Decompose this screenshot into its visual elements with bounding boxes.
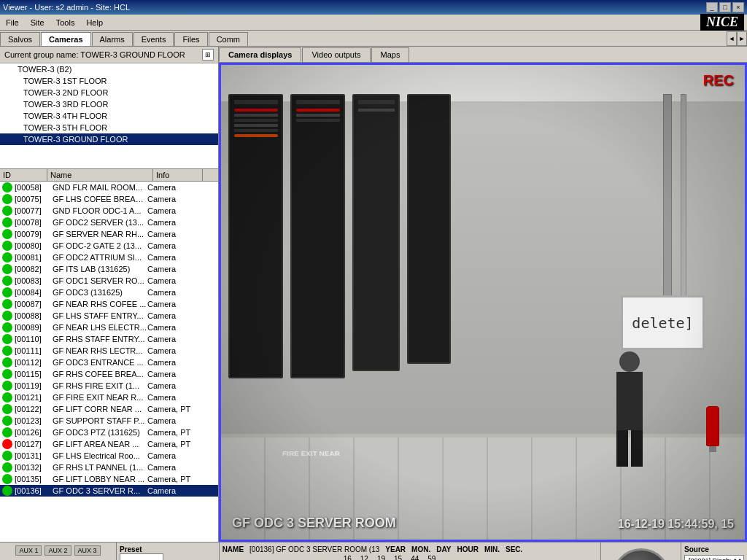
aux1-button[interactable]: AUX 1 [15,545,42,556]
col-header-name[interactable]: Name [47,169,153,181]
cam-dial-wheel[interactable] [612,548,670,560]
cam-name: GF LIFT LOBBY NEAR ... [53,475,147,483]
cam-id: [00135] [15,475,53,483]
camera-row[interactable]: [00079] GF SERVER NEAR RH... Camera [0,228,218,240]
cam-id: [00123] [15,416,53,425]
camera-row[interactable]: [00089] GF NEAR LHS ELECTR... Camera [0,322,218,333]
camera-row[interactable]: [00115] GF RHS COFEE BREA... Camera [0,368,218,380]
camera-row[interactable]: [00110] GF RHS STAFF ENTRY... Camera [0,333,218,345]
col-header-id[interactable]: ID [0,169,47,181]
tab-maps[interactable]: Maps [371,47,410,62]
camera-row[interactable]: [00081] GF ODC2 ATTRIUM SI... Camera [0,252,218,263]
menu-site[interactable]: Site [25,17,50,28]
cam-info: Camera, PT [147,428,197,437]
menu-tools[interactable]: Tools [50,17,81,28]
cam-id: [00077] [15,206,53,215]
cam-status-dot [2,474,12,484]
tab-events[interactable]: Events [133,32,174,46]
camera-row[interactable]: [00088] GF LHS STAFF ENTRY... Camera [0,310,218,322]
cam-status-dot [2,182,12,192]
camera-row[interactable]: [00135] GF LIFT LOBBY NEAR ... Camera, P… [0,473,218,485]
tree-item-3[interactable]: TOWER-3 3RD FLOOR [0,98,218,110]
camera-row[interactable]: [00123] GF SUPPORT STAFF P... Camera [0,415,218,427]
mon-label: MON. [411,545,430,553]
cam-name: GF LHS COFEE BREAK... [53,195,147,203]
camera-row[interactable]: [00075] GF LHS COFEE BREAK... Camera [0,193,218,205]
cam-status-dot [2,346,12,356]
tree-item-5[interactable]: TOWER-3 5TH FLOOR [0,122,218,133]
camera-row[interactable]: [00126] GF ODC3 PTZ (131625) Camera, PT [0,427,218,438]
cam-status-dot [2,229,12,239]
cam-id: [00075] [15,195,53,203]
camera-row[interactable]: [00078] GF ODC2 SERVER (13... Camera [0,217,218,228]
camera-row[interactable]: [00080] GF ODC-2 GATE 2 (13... Camera [0,240,218,252]
cam-info: Camera, PT [147,405,197,413]
titlebar: Viewer - User: s2 admin - Site: HCL _ □ … [0,0,747,15]
cam-id: [00084] [15,288,53,297]
tree-item-6[interactable]: TOWER-3 GROUND FLOOR [0,133,218,145]
camera-row[interactable]: [00131] GF LHS Electrical Roo... Camera [0,450,218,462]
col-header-info[interactable]: Info [153,169,203,181]
camera-row[interactable]: [00084] GF ODC3 (131625) Camera [0,287,218,298]
tree-item-2[interactable]: TOWER-3 2ND FLOOR [0,87,218,98]
cam-info: Camera [147,381,197,390]
tab-cameras[interactable]: Cameras [41,32,90,46]
camera-row[interactable]: [00121] GF FIRE EXIT NEAR R... Camera [0,392,218,403]
tab-nav-next[interactable]: ► [737,31,747,46]
aux2-button[interactable]: AUX 2 [44,545,71,556]
camera-row[interactable]: [00087] GF NEAR RHS COFEE ... Camera [0,298,218,310]
aux3-button[interactable]: AUX 3 [74,545,101,556]
cam-name: GF ITS LAB (131625) [53,265,147,273]
cam-info: Camera [147,393,197,402]
tab-video-outputs[interactable]: Video outputs [302,47,370,62]
tab-salvos[interactable]: Salvos [0,32,40,46]
tree-item-1[interactable]: TOWER-3 1ST FLOOR [0,75,218,87]
tree-item-4[interactable]: TOWER-3 4TH FLOOR [0,110,218,122]
minimize-button[interactable]: _ [706,2,718,12]
tab-comm[interactable]: Comm [209,32,248,46]
camera-row[interactable]: [00077] GND FLOOR ODC-1 A... Camera [0,205,218,217]
cam-info: Camera, PT [147,475,197,483]
cam-info: Camera [147,486,197,495]
cam-info: Camera [147,416,197,425]
tab-nav-prev[interactable]: ◄ [727,31,737,46]
left-panel: Current group name: TOWER-3 GROUND FLOOR… [0,47,219,542]
cam-status-dot [2,299,12,309]
cam-id: [00081] [15,253,53,262]
cam-id: [00122] [15,405,53,413]
menu-file[interactable]: File [0,17,25,28]
camera-row[interactable]: [00083] GF ODC1 SERVER RO... Camera [0,275,218,287]
mon-value: 12 [360,555,368,560]
camera-row[interactable]: [00082] GF ITS LAB (131625) Camera [0,263,218,275]
camera-row[interactable]: [00112] GF ODC3 ENTRANCE ... Camera [0,357,218,368]
cam-id: [00110] [15,335,53,343]
cam-info: Camera [147,276,197,285]
cam-info: Camera [147,300,197,308]
camera-row[interactable]: [00058] GND FLR MAIL ROOM... Camera [0,182,218,193]
cam-name: GF RHS COFEE BREA... [53,370,147,378]
camera-row[interactable]: [00119] GF RHS FIRE EXIT (1... Camera [0,380,218,392]
cam-id: [00079] [15,230,53,238]
tree-item-0[interactable]: TOWER-3 (B2) [0,63,218,75]
tab-camera-displays[interactable]: Camera displays [219,47,301,62]
group-name-icon[interactable]: ⊞ [202,49,214,61]
tab-alarms[interactable]: Alarms [92,32,133,46]
close-button[interactable]: × [732,2,744,12]
camera-row[interactable]: [00122] GF LIFT CORR NEAR ... Camera, PT [0,403,218,415]
tab-files[interactable]: Files [174,32,207,46]
preset-input[interactable] [120,553,163,560]
cam-info: Camera [147,346,197,355]
source-select[interactable]: [00001] Ringbuffer [684,555,744,560]
maximize-button[interactable]: □ [719,2,731,12]
pipe-1 [663,94,672,313]
menu-help[interactable]: Help [80,17,109,28]
camera-row[interactable]: [00136] GF ODC 3 SERVER R... Camera [0,485,218,497]
sec-label: SEC. [506,545,522,553]
cam-id: [00121] [15,393,53,402]
camera-row[interactable]: [00127] GF LIFT AREA NEAR ... Camera, PT [0,438,218,450]
cam-id: [00132] [15,463,53,472]
cam-status-dot [2,252,12,262]
camera-row[interactable]: [00132] GF RHS LT PANNEL (1... Camera [0,462,218,473]
cam-name: GF ODC3 (131625) [53,288,147,297]
camera-row[interactable]: [00111] GF NEAR RHS LECTR... Camera [0,345,218,357]
